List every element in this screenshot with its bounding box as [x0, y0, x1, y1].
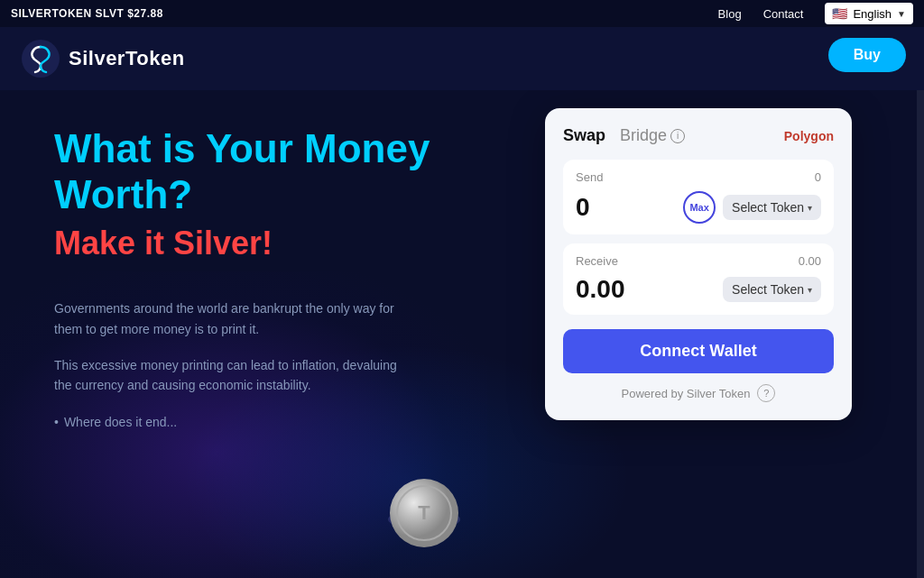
max-button[interactable]: Max [683, 191, 716, 224]
topbar-nav: Blog Contact 🇺🇸 English ▼ [718, 3, 913, 24]
language-text: English [853, 7, 892, 21]
network-label[interactable]: Polygon [784, 129, 834, 143]
widget-tabs: Swap Bridge i Polygon [563, 126, 834, 145]
subtitle-normal: Make it [54, 225, 173, 261]
receive-token-label: Select Token [732, 282, 804, 297]
receive-token-chevron: ▾ [808, 285, 812, 295]
logo[interactable]: SilverToken [22, 40, 185, 78]
subtitle-accent: Silver! [173, 225, 273, 261]
hero-subtitle: Make it Silver! [54, 225, 469, 262]
receive-token-select[interactable]: Select Token ▾ [723, 277, 821, 302]
send-amount: 0 [576, 193, 676, 222]
contact-link[interactable]: Contact [763, 7, 804, 21]
send-token-chevron: ▾ [808, 203, 812, 213]
flag-icon: 🇺🇸 [832, 6, 847, 21]
help-icon[interactable]: ? [757, 384, 775, 402]
blog-link[interactable]: Blog [718, 7, 742, 21]
svg-point-0 [22, 40, 60, 78]
header: SilverToken Buy [0, 27, 924, 90]
hero-content: What is Your Money Worth? Make it Silver… [0, 126, 469, 432]
receive-label: Receive [576, 254, 618, 268]
logo-icon [22, 40, 60, 78]
send-value: 0 [815, 170, 821, 184]
receive-amount: 0.00 [576, 275, 716, 304]
svg-text:T: T [418, 501, 430, 524]
tabs-left: Swap Bridge i [563, 126, 685, 145]
chevron-down-icon: ▼ [897, 9, 906, 19]
hero-section: T What is Your Money Worth? Make it Silv… [0, 90, 924, 578]
powered-by: Powered by Silver Token ? [563, 384, 834, 402]
send-label: Send [576, 170, 603, 184]
coin-decoration: T [379, 470, 469, 560]
hero-desc-2: This excessive money printing can lead t… [54, 355, 397, 396]
receive-box: Receive 0.00 0.00 Select Token ▾ [563, 243, 834, 315]
topbar: SILVERTOKEN SLVT $27.88 Blog Contact 🇺🇸 … [0, 0, 924, 27]
send-token-label: Select Token [732, 200, 804, 215]
tab-swap[interactable]: Swap [563, 126, 605, 145]
powered-by-text: Powered by Silver Token [622, 387, 751, 400]
hero-title-line1: What is Your Money Worth? [54, 126, 469, 217]
send-label-row: Send 0 [576, 170, 821, 184]
connect-wallet-button[interactable]: Connect Wallet [563, 329, 834, 373]
hero-desc-1: Governments around the world are bankrup… [54, 298, 397, 339]
send-box: Send 0 0 Max Select Token ▾ [563, 160, 834, 234]
receive-input-row: 0.00 Select Token ▾ [576, 275, 821, 304]
price-ticker: SILVERTOKEN SLVT $27.88 [11, 7, 163, 20]
send-input-row: 0 Max Select Token ▾ [576, 191, 821, 224]
receive-label-row: Receive 0.00 [576, 254, 821, 268]
language-selector[interactable]: 🇺🇸 English ▼ [825, 3, 913, 24]
buy-button[interactable]: Buy [828, 38, 906, 72]
receive-value: 0.00 [799, 254, 821, 268]
tab-bridge[interactable]: Bridge i [620, 126, 685, 145]
bridge-info-icon[interactable]: i [670, 129, 685, 143]
hero-desc-3: Where does it end... [54, 412, 469, 432]
send-token-select[interactable]: Select Token ▾ [723, 195, 821, 220]
swap-widget: Swap Bridge i Polygon Send 0 0 Max Selec… [545, 108, 852, 420]
logo-text: SilverToken [69, 47, 185, 70]
